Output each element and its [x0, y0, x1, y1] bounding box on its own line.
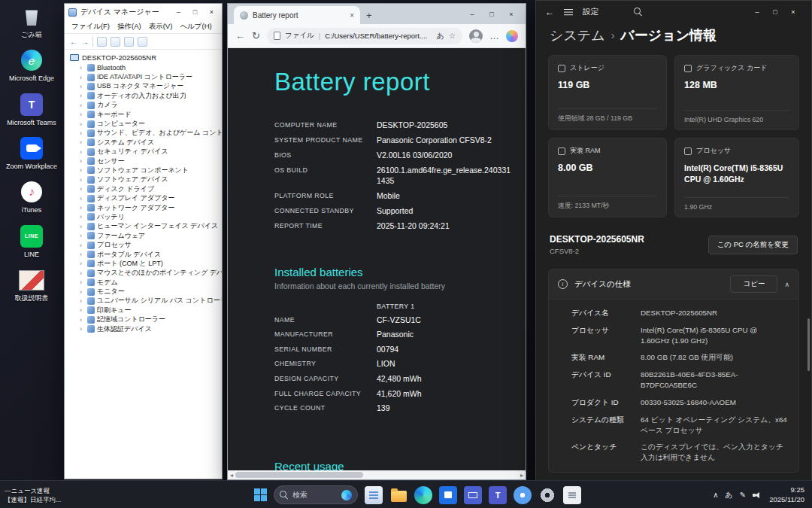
device-tree-item[interactable]: › ポータブル デバイス	[68, 250, 222, 259]
expander-chevron-icon[interactable]: ›	[80, 111, 85, 118]
browser-tabstrip[interactable]: Battery report × + – □ ×	[228, 4, 526, 24]
news-widget[interactable]: ―ニュース速報 【速報】日経平均...	[5, 487, 95, 504]
back-icon[interactable]: ←	[70, 38, 77, 46]
profile-avatar[interactable]	[469, 29, 483, 43]
minimize-button[interactable]: –	[748, 2, 766, 23]
tab-close-icon[interactable]: ×	[350, 11, 354, 20]
device-tree-item[interactable]: › 印刷キュー	[68, 306, 222, 315]
taskbar-settings-icon[interactable]	[538, 486, 556, 504]
toolbar-properties-icon[interactable]	[111, 37, 120, 47]
expander-chevron-icon[interactable]: ›	[80, 223, 85, 230]
address-bar[interactable]: ファイル | C:/Users/USER/battery-report.... …	[267, 28, 462, 44]
menu-ellipsis-icon[interactable]: …	[489, 30, 499, 41]
ime-mode-icon[interactable]: あ	[726, 490, 733, 500]
breadcrumb-parent[interactable]: システム	[550, 26, 605, 44]
device-spec-expander[interactable]: i デバイスの仕様 コピー ∧	[548, 269, 799, 300]
device-tree-item[interactable]: › モニター	[68, 287, 222, 296]
close-button[interactable]: ×	[784, 2, 802, 23]
device-tree-item[interactable]: › バッテリ	[68, 212, 222, 221]
taskbar-photos-icon[interactable]	[514, 486, 532, 504]
copilot-icon[interactable]	[506, 30, 518, 42]
device-tree-item[interactable]: › モデム	[68, 278, 222, 287]
expander-chevron-icon[interactable]: ›	[80, 316, 85, 324]
settings-titlebar[interactable]: ← 設定 – □ ×	[536, 1, 811, 23]
taskbar-file-explorer-icon[interactable]	[389, 486, 408, 504]
expander-chevron-icon[interactable]: ›	[80, 251, 85, 258]
device-tree-item[interactable]: › ヒューマン インターフェイス デバイス	[68, 222, 222, 231]
minimize-button[interactable]: –	[172, 5, 185, 20]
device-tree-item[interactable]: › ディスク ドライブ	[68, 184, 222, 193]
expander-chevron-icon[interactable]: ›	[80, 148, 85, 156]
expander-chevron-icon[interactable]: ›	[80, 195, 85, 202]
expander-chevron-icon[interactable]: ›	[80, 166, 85, 174]
desktop-icon-manual[interactable]: 取扱説明書	[5, 268, 59, 302]
device-tree-item[interactable]: › ネットワーク アダプター	[68, 203, 222, 212]
taskbar-store-icon[interactable]	[439, 486, 457, 504]
expander-chevron-icon[interactable]: ›	[80, 83, 85, 90]
device-tree-item[interactable]: › ソフトウェア デバイス	[68, 175, 222, 184]
device-tree-item[interactable]: › システム デバイス	[68, 138, 222, 147]
back-icon[interactable]: ←	[235, 30, 245, 41]
taskbar-widgets-icon[interactable]	[365, 486, 383, 504]
chevron-up-icon[interactable]: ∧	[784, 281, 789, 288]
expander-chevron-icon[interactable]: ›	[80, 64, 85, 71]
device-tree-item[interactable]: › セキュリティ デバイス	[68, 148, 222, 157]
start-button[interactable]	[254, 488, 267, 501]
taskbar-teams-icon[interactable]: T	[489, 486, 507, 504]
device-tree-item[interactable]: › キーボード	[68, 110, 222, 119]
device-tree-item[interactable]: › コンピューター	[68, 119, 222, 128]
toolbar-scan-icon[interactable]	[138, 37, 147, 47]
device-tree-item[interactable]: › ソフトウェア コンポーネント	[68, 166, 222, 175]
hamburger-menu-icon[interactable]	[564, 8, 573, 16]
desktop-icon-teams[interactable]: T Microsoft Teams	[5, 93, 59, 126]
desktop-icon-line[interactable]: LINE LINE	[5, 224, 59, 258]
close-button[interactable]: ×	[205, 5, 218, 20]
read-aloud-icon[interactable]: あ	[437, 31, 444, 41]
expander-chevron-icon[interactable]: ›	[80, 102, 85, 109]
expander-chevron-icon[interactable]: ›	[80, 306, 85, 314]
minimize-button[interactable]: –	[462, 6, 482, 23]
address-url[interactable]: C:/Users/USER/battery-report....	[325, 32, 432, 40]
horizontal-scrollbar[interactable]: ◂ ▸	[228, 470, 526, 479]
expander-chevron-icon[interactable]: ›	[80, 120, 85, 128]
toolbar-console-icon[interactable]	[97, 37, 107, 47]
expander-chevron-icon[interactable]: ›	[80, 138, 85, 146]
close-button[interactable]: ×	[501, 6, 521, 23]
expander-chevron-icon[interactable]: ›	[80, 288, 85, 296]
device-tree-item[interactable]: › Bluetooth	[68, 63, 222, 72]
maximize-button[interactable]: □	[482, 6, 501, 23]
volume-icon[interactable]	[753, 491, 762, 500]
desktop-icon-edge[interactable]: e Microsoft Edge	[5, 48, 59, 82]
device-tree-item[interactable]: › ポート (COM と LPT)	[68, 259, 222, 268]
taskbar-edge-icon[interactable]	[414, 486, 432, 504]
device-tree-item[interactable]: › サウンド、ビデオ、およびゲーム コントローラー	[68, 129, 222, 138]
device-tree-item[interactable]: › マウスとそのほかのポインティング デバイス	[68, 269, 222, 278]
taskbar-search[interactable]: 検索	[274, 485, 358, 504]
expander-chevron-icon[interactable]: ›	[80, 74, 85, 81]
menu-item[interactable]: 表示(V)	[145, 22, 177, 32]
desktop-icon-itunes[interactable]: ♪ iTunes	[5, 180, 59, 214]
desktop-icon-zoom[interactable]: Zoom Workplace	[5, 136, 59, 170]
scrollbar-thumb[interactable]	[235, 472, 363, 478]
menu-item[interactable]: ファイル(F)	[68, 22, 114, 32]
maximize-button[interactable]: □	[766, 2, 784, 23]
expander-chevron-icon[interactable]: ›	[80, 232, 85, 239]
rename-pc-button[interactable]: この PC の名前を変更	[708, 236, 798, 254]
expander-chevron-icon[interactable]: ›	[80, 213, 85, 221]
expander-chevron-icon[interactable]: ›	[80, 185, 85, 193]
expander-chevron-icon[interactable]: ›	[80, 204, 85, 211]
device-tree-item[interactable]: › 生体認証デバイス	[68, 324, 222, 333]
browser-tab[interactable]: Battery report ×	[234, 6, 360, 24]
device-tree-root[interactable]: DESKTOP-2025605NR	[68, 53, 222, 62]
device-manager-titlebar[interactable]: デバイス マネージャー – □ ×	[65, 4, 222, 20]
expander-chevron-icon[interactable]: ›	[80, 278, 85, 286]
tray-overflow-chevron-icon[interactable]: ∧	[713, 491, 718, 499]
device-tree-item[interactable]: › センサー	[68, 157, 222, 166]
favorite-star-icon[interactable]: ☆	[449, 32, 456, 40]
scroll-left-icon[interactable]: ◂	[230, 472, 233, 479]
forward-icon[interactable]: →	[81, 38, 89, 46]
expander-chevron-icon[interactable]: ›	[80, 129, 85, 137]
taskbar-notepad-icon[interactable]	[563, 486, 581, 504]
device-tree-item[interactable]: › プロセッサ	[68, 240, 222, 249]
device-tree-item[interactable]: › IDE ATA/ATAPI コントローラー	[68, 72, 222, 81]
